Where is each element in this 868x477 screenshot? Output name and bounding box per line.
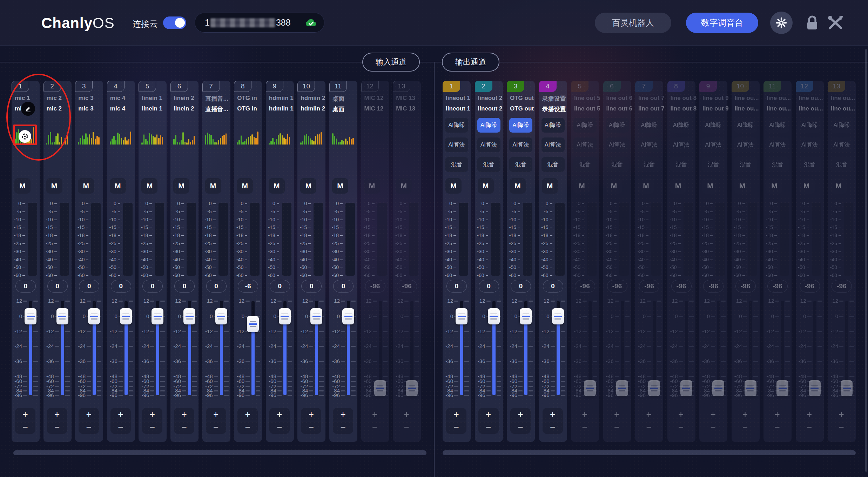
gain-minus-button[interactable]: − bbox=[703, 421, 723, 434]
gain-value-box[interactable]: -96 bbox=[607, 280, 627, 293]
denoise-button[interactable]: AI降噪 bbox=[477, 118, 500, 133]
fader-thumb[interactable] bbox=[488, 308, 500, 324]
fader-thumb[interactable] bbox=[247, 316, 259, 332]
gain-plus-button[interactable]: + bbox=[333, 408, 353, 421]
channel-number-badge[interactable]: 13 bbox=[828, 81, 845, 92]
gain-value-box[interactable]: 0 bbox=[511, 280, 531, 293]
gain-value-box[interactable]: 0 bbox=[446, 280, 467, 293]
fader-track-fill[interactable] bbox=[156, 316, 159, 395]
settings-button[interactable] bbox=[770, 12, 793, 34]
fader-track-fill[interactable] bbox=[283, 316, 287, 395]
algorithm-button[interactable]: AI算法 bbox=[606, 137, 629, 152]
mute-button[interactable]: M bbox=[702, 178, 718, 194]
fader-track-fill[interactable] bbox=[188, 316, 191, 395]
fader-thumb[interactable] bbox=[120, 308, 132, 324]
gain-minus-button[interactable]: − bbox=[671, 421, 691, 434]
fader-thumb[interactable] bbox=[152, 308, 163, 324]
fader-thumb[interactable] bbox=[215, 308, 227, 324]
gain-minus-button[interactable]: − bbox=[47, 421, 67, 434]
channel-number-badge[interactable]: 1 bbox=[12, 81, 29, 92]
gain-value-box[interactable]: 0 bbox=[142, 280, 163, 293]
channel-number-badge[interactable]: 11 bbox=[763, 81, 781, 92]
gain-value-box[interactable]: -96 bbox=[639, 280, 659, 293]
mix-button[interactable]: 混音 bbox=[509, 157, 532, 172]
mute-button[interactable]: M bbox=[638, 178, 654, 194]
mute-button[interactable]: M bbox=[510, 178, 526, 194]
mix-button[interactable]: 混音 bbox=[638, 157, 661, 172]
denoise-button[interactable]: AI降噪 bbox=[445, 118, 468, 133]
mute-button[interactable]: M bbox=[766, 178, 782, 194]
nav-mixer-button[interactable]: 数字调音台 bbox=[686, 13, 758, 33]
gain-plus-button[interactable]: + bbox=[446, 408, 466, 421]
fader-thumb[interactable] bbox=[342, 308, 354, 324]
mix-button[interactable]: 混音 bbox=[541, 157, 565, 172]
denoise-button[interactable]: AI降噪 bbox=[702, 118, 725, 133]
gain-minus-button[interactable]: − bbox=[735, 421, 755, 434]
channel-number-badge[interactable]: 1 bbox=[443, 81, 460, 92]
algorithm-button[interactable]: AI算法 bbox=[670, 137, 693, 152]
gain-minus-button[interactable]: − bbox=[831, 421, 852, 434]
fader-thumb[interactable] bbox=[456, 308, 467, 324]
mute-button[interactable]: M bbox=[14, 178, 31, 194]
lock-button[interactable] bbox=[805, 14, 820, 32]
gain-minus-button[interactable]: − bbox=[15, 421, 35, 434]
gain-value-box[interactable]: -96 bbox=[575, 280, 595, 293]
mute-button[interactable]: M bbox=[332, 178, 348, 194]
gain-value-box[interactable]: 0 bbox=[206, 280, 227, 293]
fader-thumb[interactable] bbox=[183, 308, 195, 324]
gain-plus-button[interactable]: + bbox=[269, 408, 290, 421]
algorithm-button[interactable]: AI算法 bbox=[477, 137, 500, 152]
gain-minus-button[interactable]: − bbox=[607, 421, 627, 434]
gain-plus-button[interactable]: + bbox=[15, 408, 35, 421]
fader-thumb[interactable] bbox=[680, 380, 692, 396]
mix-button[interactable]: 混音 bbox=[734, 157, 757, 172]
fader-track[interactable] bbox=[781, 301, 784, 388]
gain-value-box[interactable]: 0 bbox=[270, 280, 290, 293]
channel-number-badge[interactable]: 2 bbox=[43, 81, 61, 92]
channel-number-badge[interactable]: 9 bbox=[266, 81, 283, 92]
denoise-button[interactable]: AI降噪 bbox=[798, 118, 821, 133]
gain-plus-button[interactable]: + bbox=[206, 408, 226, 421]
fader-track-fill[interactable] bbox=[93, 316, 96, 395]
gain-minus-button[interactable]: − bbox=[478, 421, 499, 434]
fader-track-fill[interactable] bbox=[492, 316, 496, 395]
channel-number-badge[interactable]: 4 bbox=[539, 81, 557, 92]
mute-button[interactable]: M bbox=[445, 178, 462, 194]
mute-button[interactable]: M bbox=[141, 178, 157, 194]
gain-value-box[interactable]: 0 bbox=[479, 280, 499, 293]
fader-thumb[interactable] bbox=[712, 380, 724, 396]
fader-track[interactable] bbox=[717, 301, 720, 388]
gain-plus-button[interactable]: + bbox=[543, 408, 563, 421]
mute-button[interactable]: M bbox=[237, 178, 253, 194]
mute-button[interactable]: M bbox=[670, 178, 686, 194]
fader-thumb[interactable] bbox=[56, 308, 68, 324]
channel-number-badge[interactable]: 2 bbox=[475, 81, 492, 92]
gain-value-box[interactable]: -96 bbox=[365, 280, 385, 293]
gain-minus-button[interactable]: − bbox=[639, 421, 659, 434]
fader-track-fill[interactable] bbox=[29, 316, 32, 395]
gain-minus-button[interactable]: − bbox=[79, 421, 99, 434]
denoise-button[interactable]: AI降噪 bbox=[734, 118, 757, 133]
mix-button[interactable]: 混音 bbox=[606, 157, 629, 172]
gain-minus-button[interactable]: − bbox=[110, 421, 131, 434]
fader-thumb[interactable] bbox=[584, 380, 596, 396]
mute-button[interactable]: M bbox=[205, 178, 221, 194]
algorithm-button[interactable]: AI算法 bbox=[541, 137, 565, 152]
mix-button[interactable]: 混音 bbox=[702, 157, 725, 172]
gain-plus-button[interactable]: + bbox=[574, 408, 595, 421]
denoise-button[interactable]: AI降噪 bbox=[638, 118, 661, 133]
mix-button[interactable]: 混音 bbox=[573, 157, 597, 172]
gain-minus-button[interactable]: − bbox=[301, 421, 321, 434]
gain-plus-button[interactable]: + bbox=[110, 408, 131, 421]
channel-number-badge[interactable]: 6 bbox=[170, 81, 188, 92]
gain-value-box[interactable]: 0 bbox=[47, 280, 68, 293]
gain-minus-button[interactable]: − bbox=[396, 421, 417, 434]
gain-value-box[interactable]: -96 bbox=[703, 280, 724, 293]
algorithm-button[interactable]: AI算法 bbox=[798, 137, 821, 152]
channel-number-badge[interactable]: 9 bbox=[699, 81, 717, 92]
channel-number-badge[interactable]: 4 bbox=[107, 81, 125, 92]
channel-number-badge[interactable]: 6 bbox=[603, 81, 621, 92]
fader-thumb[interactable] bbox=[279, 308, 291, 324]
channel-number-badge[interactable]: 10 bbox=[297, 81, 315, 92]
gain-minus-button[interactable]: − bbox=[767, 421, 787, 434]
